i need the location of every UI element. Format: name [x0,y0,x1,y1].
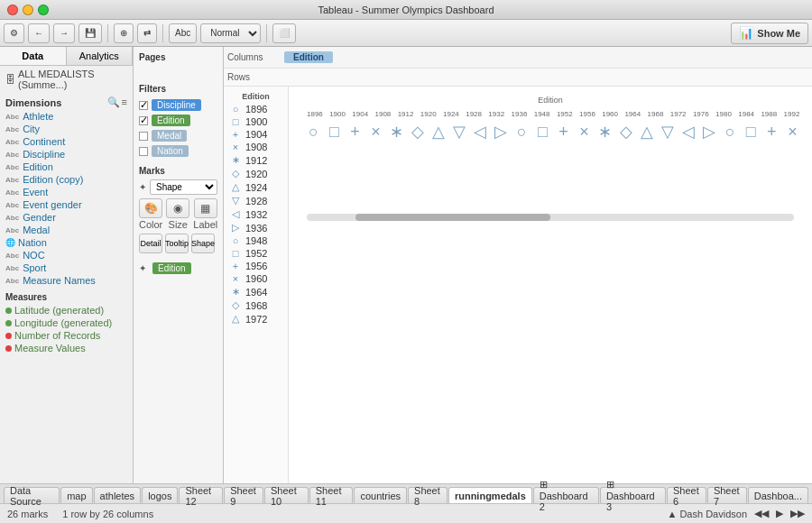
tab-dashboard3[interactable]: ⊞ Dashboard 3 [600,487,666,503]
year-label-1912: 1912 [394,110,417,118]
marks-field-pill[interactable]: Edition [152,262,191,274]
window-title: Tableau - Summer Olympics Dashboard [318,5,494,15]
label-btn[interactable]: Abc [169,23,197,43]
year-1912: 1912 [245,155,267,166]
dim-sport[interactable]: Abc Sport [0,262,133,274]
columns-pill[interactable]: Edition [284,51,333,63]
year-label-1956: 1956 [576,110,598,118]
marks-label-button[interactable]: ▦ Label [193,198,217,230]
tab-sheet10[interactable]: Sheet 10 [264,487,309,503]
panel-tabs: Data Analytics [0,47,133,66]
tab-map[interactable]: map [60,487,92,503]
close-button[interactable] [7,5,18,15]
shape-cell-1: ○ [303,123,324,142]
dim-event[interactable]: Abc Event [0,186,133,198]
year-label-1928: 1928 [463,110,485,118]
tab-sheet9[interactable]: Sheet 9 [224,487,263,503]
tab-countries[interactable]: countries [354,487,407,503]
back-button[interactable]: ← [28,23,50,43]
filter-checkbox-medal[interactable] [139,132,148,141]
marks-detail-button[interactable]: Detail [139,234,162,253]
filter-medal[interactable]: Medal [139,128,217,143]
year-label-1900: 1900 [326,110,348,118]
window-controls[interactable] [7,5,49,15]
minimize-button[interactable] [23,5,33,15]
dim-continent[interactable]: Abc Continent [0,135,133,148]
marks-field-row: ✦ Edition [139,262,217,273]
filter-checkbox-discipline[interactable]: ✓ [139,101,148,110]
filter-pill-medal[interactable]: Medal [152,130,187,142]
status-layout: 1 row by 26 columns [62,509,153,519]
year-label-1968: 1968 [644,110,667,118]
swap-button[interactable]: ⇄ [137,23,157,43]
tab-sheet6[interactable]: Sheet 6 [667,487,706,503]
save-button[interactable]: 💾 [78,23,102,43]
edition-entry-1972: △ 1972 [224,312,288,326]
tab-dashboa[interactable]: Dashboa... [748,487,808,503]
filter-checkbox-edition[interactable]: ✓ [139,116,148,125]
maximize-button[interactable] [38,5,49,15]
nav-play[interactable]: ▶ [776,508,783,519]
dim-name-athlete: Athlete [23,111,53,122]
tab-athletes[interactable]: athletes [94,487,142,503]
tab-analytics[interactable]: Analytics [67,47,134,65]
show-me-button[interactable]: 📊 Show Me [731,23,808,44]
dim-gender[interactable]: Abc Gender [0,211,133,224]
dim-nation[interactable]: 🌐 Nation [0,236,133,249]
scrollbar-thumb[interactable] [355,214,550,221]
marks-color-button[interactable]: 🎨 Color [139,198,162,230]
measure-records[interactable]: Number of Records [0,329,133,342]
tab-logos[interactable]: logos [142,487,178,503]
mode-select[interactable]: Normal [200,23,261,43]
marks-tooltip-button[interactable]: Tooltip [165,234,189,253]
measure-latitude[interactable]: Latitude (generated) [0,304,133,317]
tab-sheet8[interactable]: Sheet 8 [408,487,448,503]
nav-prev[interactable]: ◀◀ [754,508,769,519]
fit-button[interactable]: ⬜ [272,23,296,43]
measure-values[interactable]: Measure Values [0,342,133,354]
tab-data-source[interactable]: Data Source [4,487,60,503]
filter-pill-nation[interactable]: Nation [152,145,189,157]
tab-runningmedals[interactable]: runningmedals [448,487,532,503]
dim-edition-copy[interactable]: Abc Edition (copy) [0,173,133,186]
dim-city[interactable]: Abc City [0,123,133,135]
year-labels-row: 1896 1900 1904 1908 1912 1920 1924 1928 … [298,110,803,118]
year-1936: 1936 [245,223,267,234]
filter-discipline[interactable]: ✓ Discipline [139,97,217,113]
tab-data[interactable]: Data [0,47,67,65]
filter-nation[interactable]: Nation [139,143,217,159]
filter-pill-discipline[interactable]: Discipline [152,99,201,111]
filter-checkbox-nation[interactable] [139,147,148,156]
shape-cell-18: ▽ [657,122,678,142]
marks-size-button[interactable]: ◉ Size [166,198,189,230]
search-icon[interactable]: 🔍 [107,96,120,108]
horizontal-scrollbar[interactable] [307,214,794,221]
tab-sheet7[interactable]: Sheet 7 [707,487,747,503]
new-ds-button[interactable]: ⊕ [114,23,134,43]
dim-measure-names[interactable]: Abc Measure Names [0,274,133,287]
tab-dashboard2-label: ⊞ Dashboard 2 [540,479,593,512]
year-label-1948: 1948 [531,110,553,118]
dim-discipline[interactable]: Abc Discipline [0,148,133,161]
forward-button[interactable]: → [53,23,75,43]
dim-athlete[interactable]: Abc Athlete [0,110,133,123]
sort-icon[interactable]: ≡ [122,96,127,108]
dim-name-city: City [23,124,40,134]
tab-sheet12[interactable]: Sheet 12 [179,487,223,503]
tab-sheet11[interactable]: Sheet 11 [309,487,354,503]
dim-noc[interactable]: Abc NOC [0,249,133,262]
dim-medal[interactable]: Abc Medal [0,224,133,236]
dim-edition[interactable]: Abc Edition [0,161,133,173]
shape-1928: ▽ [229,195,242,206]
measure-longitude[interactable]: Longitude (generated) [0,317,133,329]
filter-edition[interactable]: ✓ Edition [139,113,217,128]
dim-event-gender[interactable]: Abc Event gender [0,198,133,211]
marks-shape-button[interactable]: Shape [191,234,215,253]
nav-next[interactable]: ▶▶ [790,508,805,519]
marks-type-select[interactable]: Shape [150,179,217,195]
tab-dashboard2[interactable]: ⊞ Dashboard 2 [533,487,599,503]
toolbar-icon-btn[interactable]: ⚙ [4,23,24,43]
shape-1968: ◇ [229,299,242,311]
dim-type-athlete: Abc [5,113,19,121]
filter-pill-edition[interactable]: Edition [152,115,190,126]
